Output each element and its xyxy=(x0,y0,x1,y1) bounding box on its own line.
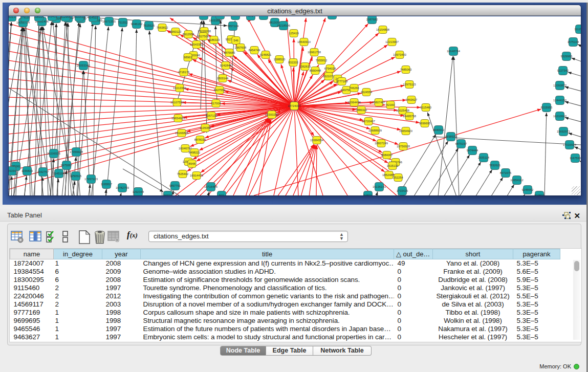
svg-text:108314: 108314 xyxy=(34,16,44,18)
svg-text:1250515: 1250515 xyxy=(70,174,82,178)
svg-text:15692971: 15692971 xyxy=(557,130,570,133)
svg-text:812954: 812954 xyxy=(60,16,71,18)
svg-text:20364436: 20364436 xyxy=(347,101,361,104)
svg-text:746266: 746266 xyxy=(349,86,359,90)
svg-text:9699695: 9699695 xyxy=(419,122,431,125)
svg-text:98961: 98961 xyxy=(184,56,192,59)
svg-text:25300293: 25300293 xyxy=(265,113,278,116)
svg-text:16210643: 16210643 xyxy=(553,115,567,118)
svg-text:15716485: 15716485 xyxy=(204,185,217,188)
svg-text:8215955: 8215955 xyxy=(541,106,553,109)
svg-text:62160: 62160 xyxy=(386,103,395,106)
svg-text:19384554: 19384554 xyxy=(310,139,324,142)
svg-text:7857224: 7857224 xyxy=(227,25,239,28)
svg-text:16046766: 16046766 xyxy=(179,147,192,150)
svg-text:8186323: 8186323 xyxy=(208,38,220,41)
svg-text:16671355: 16671355 xyxy=(102,20,116,23)
svg-text:1640912: 1640912 xyxy=(433,128,445,132)
svg-text:502: 502 xyxy=(219,194,224,195)
svg-text:18807249: 18807249 xyxy=(375,142,388,145)
svg-text:12444150: 12444150 xyxy=(553,99,567,102)
svg-text:12213369: 12213369 xyxy=(173,86,186,90)
svg-text:9121: 9121 xyxy=(232,16,239,17)
svg-text:17359928: 17359928 xyxy=(70,150,83,154)
svg-text:7832621: 7832621 xyxy=(489,164,501,167)
svg-text:8498222: 8498222 xyxy=(189,151,201,154)
svg-text:1733426: 1733426 xyxy=(397,189,408,192)
svg-text:9857791: 9857791 xyxy=(169,184,181,187)
svg-text:3624554: 3624554 xyxy=(361,91,373,94)
svg-text:10688609: 10688609 xyxy=(368,129,382,132)
svg-text:8454749: 8454749 xyxy=(249,49,260,52)
svg-text:94501: 94501 xyxy=(364,194,372,195)
svg-text:8427552: 8427552 xyxy=(214,89,226,92)
svg-text:7515526: 7515526 xyxy=(143,24,155,27)
svg-text:9777169: 9777169 xyxy=(336,80,348,83)
svg-text:12213967: 12213967 xyxy=(385,40,399,43)
svg-text:9474444: 9474444 xyxy=(467,149,478,152)
svg-text:751552: 751552 xyxy=(118,21,127,24)
svg-text:16136141: 16136141 xyxy=(373,185,386,188)
svg-text:9146821: 9146821 xyxy=(260,53,272,56)
svg-text:183137: 183137 xyxy=(9,16,17,18)
svg-text:9115460: 9115460 xyxy=(420,106,431,109)
svg-text:90924: 90924 xyxy=(164,194,172,195)
svg-text:1588520: 1588520 xyxy=(274,58,286,61)
svg-text:18640910: 18640910 xyxy=(297,40,311,43)
svg-text:6879197: 6879197 xyxy=(455,142,467,145)
svg-text:3267130: 3267130 xyxy=(206,114,217,117)
svg-text:8948: 8948 xyxy=(189,162,195,165)
svg-text:19756928: 19756928 xyxy=(397,145,410,148)
svg-text:10807487: 10807487 xyxy=(372,101,385,104)
svg-text:914522: 914522 xyxy=(88,16,98,19)
svg-text:331455: 331455 xyxy=(47,16,57,18)
svg-text:832203: 832203 xyxy=(288,61,298,64)
svg-text:9046192: 9046192 xyxy=(131,23,143,26)
svg-text:20053346: 20053346 xyxy=(77,64,90,67)
svg-text:5501513: 5501513 xyxy=(74,16,85,18)
svg-text:1943141: 1943141 xyxy=(198,16,210,17)
svg-text:1575104: 1575104 xyxy=(568,40,579,43)
svg-text:17957223: 17957223 xyxy=(84,178,98,181)
svg-text:1292344: 1292344 xyxy=(133,190,144,193)
svg-text:12093872: 12093872 xyxy=(553,84,567,87)
svg-text:1362615: 1362615 xyxy=(299,65,311,68)
svg-text:7485063: 7485063 xyxy=(400,68,412,71)
svg-text:2967608: 2967608 xyxy=(235,46,247,49)
svg-text:8938923: 8938923 xyxy=(445,135,457,138)
svg-text:871: 871 xyxy=(248,16,253,17)
svg-text:2718176: 2718176 xyxy=(178,71,190,74)
svg-text:12975115: 12975115 xyxy=(403,83,416,86)
svg-text:3875685: 3875685 xyxy=(224,51,235,54)
svg-text:8960123: 8960123 xyxy=(170,30,182,33)
svg-text:6794028: 6794028 xyxy=(324,67,336,70)
svg-text:16543382: 16543382 xyxy=(190,43,203,46)
svg-text:19654923: 19654923 xyxy=(399,129,412,133)
svg-text:16154808: 16154808 xyxy=(376,28,389,31)
svg-text:546: 546 xyxy=(233,39,238,42)
svg-text:2942757: 2942757 xyxy=(37,170,49,173)
svg-text:1195817: 1195817 xyxy=(101,183,112,186)
svg-text:20206536: 20206536 xyxy=(47,152,60,155)
svg-text:7955812: 7955812 xyxy=(316,59,328,62)
svg-text:2803144: 2803144 xyxy=(217,77,229,80)
svg-text:9463627: 9463627 xyxy=(406,98,418,101)
svg-text:18724007: 18724007 xyxy=(288,104,301,107)
svg-text:1112985: 1112985 xyxy=(574,28,581,31)
svg-text:39154: 39154 xyxy=(9,169,16,172)
svg-text:8990448: 8990448 xyxy=(310,69,321,72)
svg-text:10973493: 10973493 xyxy=(393,53,406,56)
svg-text:2087682: 2087682 xyxy=(366,18,378,21)
svg-text:9245652: 9245652 xyxy=(522,188,534,191)
svg-text:1156829: 1156829 xyxy=(21,169,33,172)
svg-text:1167533: 1167533 xyxy=(570,157,581,160)
svg-text:7886322: 7886322 xyxy=(356,108,367,112)
svg-text:9242848: 9242848 xyxy=(220,64,232,67)
svg-text:1135359: 1135359 xyxy=(200,126,211,129)
svg-text:19166825: 19166825 xyxy=(175,132,188,135)
svg-text:8471676: 8471676 xyxy=(500,171,512,174)
svg-text:16648784: 16648784 xyxy=(447,50,461,53)
svg-text:16495758: 16495758 xyxy=(403,115,416,118)
svg-text:1615132: 1615132 xyxy=(387,164,399,167)
svg-text:279118: 279118 xyxy=(20,16,30,19)
